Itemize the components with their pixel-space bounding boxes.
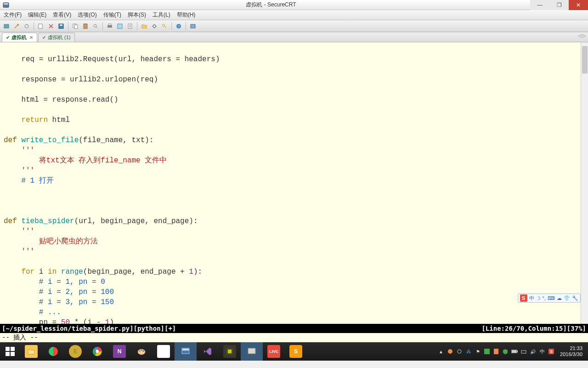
tray-volume-icon[interactable]: 🔊 bbox=[530, 348, 536, 355]
check-icon: ✔ bbox=[6, 35, 10, 40]
reconnect-icon[interactable] bbox=[22, 22, 31, 31]
tray-av-icon[interactable] bbox=[484, 348, 490, 355]
taskbar-live[interactable]: LIVE bbox=[263, 342, 285, 361]
taskbar-chrome[interactable] bbox=[86, 342, 108, 361]
skin-icon[interactable]: 👕 bbox=[564, 295, 570, 301]
tray-shield-icon[interactable] bbox=[447, 348, 453, 355]
properties-icon[interactable] bbox=[115, 22, 124, 31]
taskbar-paint[interactable] bbox=[130, 342, 153, 361]
start-button[interactable] bbox=[0, 342, 20, 361]
menu-script[interactable]: 脚本(S) bbox=[128, 11, 146, 19]
menu-view[interactable]: 查看(V) bbox=[53, 11, 71, 19]
scrollbar-thumb[interactable] bbox=[582, 46, 588, 74]
tab-nav: ◁ ▷ bbox=[578, 33, 586, 38]
new-session-icon[interactable] bbox=[36, 22, 45, 31]
tray-sync-icon[interactable] bbox=[456, 348, 463, 355]
tray-doc-icon[interactable] bbox=[493, 348, 499, 355]
minimize-button[interactable]: — bbox=[530, 0, 549, 10]
cloud-icon[interactable]: ☁ bbox=[557, 295, 562, 301]
scrollbar[interactable] bbox=[581, 42, 588, 324]
tab-next-icon[interactable]: ▷ bbox=[582, 33, 586, 38]
vim-modeline: -- 插入 -- bbox=[0, 333, 588, 342]
tray-battery-icon[interactable] bbox=[511, 348, 518, 355]
taskbar-app-3[interactable] bbox=[153, 342, 175, 361]
taskbar-visualstudio[interactable] bbox=[197, 342, 219, 361]
disconnect-icon[interactable] bbox=[46, 22, 56, 31]
svg-text:?: ? bbox=[178, 24, 180, 29]
tray-ime-zh[interactable]: 中 bbox=[539, 348, 545, 355]
menu-help[interactable]: 帮助(H) bbox=[177, 11, 196, 19]
menu-tools[interactable]: 工具(L) bbox=[153, 11, 170, 19]
settings-icon[interactable]: 🔧 bbox=[572, 295, 578, 301]
taskbar-app-1[interactable] bbox=[42, 342, 64, 361]
menu-file[interactable]: 文件(F) bbox=[4, 11, 22, 19]
menu-options[interactable]: 选项(O) bbox=[78, 11, 96, 19]
key-icon[interactable] bbox=[160, 22, 169, 31]
svg-point-29 bbox=[139, 351, 141, 352]
svg-rect-36 bbox=[248, 348, 255, 354]
terminal-content: req = urllib2.Request(url, headers = hea… bbox=[0, 42, 588, 324]
tray-time: 21:33 bbox=[560, 345, 582, 351]
tab-close-icon[interactable]: ✕ bbox=[29, 35, 33, 40]
punct-icon[interactable]: °, bbox=[543, 295, 546, 301]
taskbar-app-2[interactable]: E bbox=[64, 342, 86, 361]
tray-date: 2016/3/30 bbox=[560, 351, 582, 357]
taskbar-onenote[interactable]: N bbox=[108, 342, 130, 361]
tab-vm-2[interactable]: ✔ 虚拟机 (1) bbox=[38, 33, 75, 42]
tab-prev-icon[interactable]: ◁ bbox=[578, 33, 582, 38]
app-icon bbox=[2, 1, 10, 9]
log-icon[interactable] bbox=[125, 22, 135, 31]
vim-statusline: [~/spider_lession/tieba_spider.py][pytho… bbox=[0, 324, 588, 333]
svg-rect-44 bbox=[521, 351, 526, 353]
taskbar-securecrt[interactable] bbox=[175, 342, 197, 361]
toolbar-extra-icon[interactable] bbox=[188, 22, 198, 31]
menu-transfer[interactable]: 传输(T) bbox=[103, 11, 121, 19]
svg-rect-4 bbox=[39, 24, 42, 29]
settings-icon[interactable] bbox=[150, 22, 159, 31]
terminal[interactable]: req = urllib2.Request(url, headers = hea… bbox=[0, 42, 588, 324]
tray-network-icon[interactable] bbox=[520, 348, 527, 355]
moon-icon[interactable]: ☽ bbox=[536, 295, 541, 301]
save-icon[interactable] bbox=[57, 22, 66, 31]
close-button[interactable]: ✕ bbox=[569, 0, 588, 10]
svg-rect-2 bbox=[4, 24, 9, 28]
tray-flag-icon[interactable]: ⚑ bbox=[475, 348, 481, 355]
taskbar-sogou[interactable]: S bbox=[285, 342, 307, 361]
tray-up-icon[interactable]: ▲ bbox=[438, 348, 444, 355]
tray-bluetooth-icon[interactable]: ⁂ bbox=[465, 348, 472, 355]
taskbar-app-5[interactable] bbox=[241, 342, 263, 361]
tab-vm-1[interactable]: ✔ 虚拟机 ✕ bbox=[2, 33, 37, 42]
help-icon[interactable]: ? bbox=[174, 22, 183, 31]
paste-icon[interactable] bbox=[81, 22, 90, 31]
svg-rect-42 bbox=[512, 350, 516, 353]
keyboard-icon[interactable]: ⌨ bbox=[548, 295, 555, 301]
maximize-button[interactable]: ❐ bbox=[549, 0, 569, 10]
svg-rect-20 bbox=[191, 24, 195, 28]
svg-rect-35 bbox=[228, 350, 232, 353]
tray-safe-icon[interactable] bbox=[502, 348, 509, 355]
svg-rect-23 bbox=[6, 352, 10, 356]
svg-point-38 bbox=[458, 350, 461, 353]
status-file: [~/spider_lession/tieba_spider.py][pytho… bbox=[2, 325, 481, 332]
menu-edit[interactable]: 编辑(E) bbox=[28, 11, 46, 19]
ime-toolbar[interactable]: S 中 ☽ °, ⌨ ☁ 👕 🔧 bbox=[518, 293, 581, 303]
taskbar-explorer[interactable] bbox=[20, 342, 42, 361]
folder-icon[interactable] bbox=[140, 22, 149, 31]
print-icon[interactable] bbox=[105, 22, 114, 31]
sogou-icon[interactable]: S bbox=[520, 294, 527, 302]
svg-rect-33 bbox=[182, 349, 189, 351]
tab-label: 虚拟机 (1) bbox=[48, 34, 71, 41]
taskbar-app-4[interactable] bbox=[219, 342, 241, 361]
quick-connect-icon[interactable] bbox=[12, 22, 21, 31]
find-icon[interactable] bbox=[91, 22, 100, 31]
tray-clock[interactable]: 21:33 2016/3/30 bbox=[557, 345, 585, 357]
svg-point-31 bbox=[143, 351, 144, 352]
ime-lang[interactable]: 中 bbox=[529, 295, 534, 302]
svg-rect-9 bbox=[84, 24, 87, 29]
window-title: 虚拟机 - SecureCRT bbox=[12, 1, 530, 9]
svg-rect-10 bbox=[85, 23, 86, 24]
tray-ime-s[interactable]: S bbox=[548, 348, 554, 355]
connect-icon[interactable] bbox=[2, 22, 11, 31]
tab-label: 虚拟机 bbox=[11, 34, 27, 41]
copy-icon[interactable] bbox=[71, 22, 80, 31]
